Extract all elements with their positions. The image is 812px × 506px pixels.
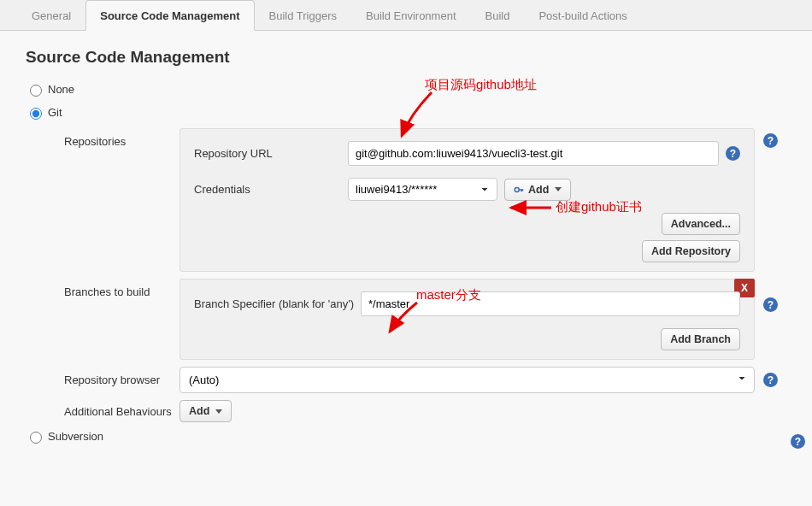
radio-none[interactable] (30, 85, 42, 97)
additional-behaviours-label: Additional Behaviours (64, 405, 179, 418)
radio-svn-label: Subversion (48, 430, 103, 443)
add-repository-button[interactable]: Add Repository (642, 240, 740, 262)
help-icon[interactable]: ? (763, 297, 778, 312)
branch-spec-label: Branch Specifier (blank for 'any') (194, 297, 361, 310)
branch-spec-input[interactable] (361, 291, 740, 316)
credentials-label: Credentials (194, 183, 348, 196)
repositories-label: Repositories (64, 128, 179, 148)
tab-build[interactable]: Build (471, 0, 525, 31)
add-credentials-button[interactable]: Add (504, 179, 571, 201)
config-tabs: General Source Code Management Build Tri… (0, 0, 812, 31)
repositories-panel: Repository URL ? Credentials liuwei9413/… (179, 128, 755, 272)
help-icon[interactable]: ? (791, 434, 805, 449)
repo-browser-label: Repository browser (64, 374, 179, 386)
credentials-select[interactable]: liuwei9413/****** (348, 178, 497, 201)
advanced-button[interactable]: Advanced... (662, 213, 740, 235)
help-icon[interactable]: ? (763, 373, 778, 387)
repo-url-input[interactable] (348, 141, 719, 166)
add-credentials-label: Add (528, 184, 549, 196)
scm-option-git[interactable]: Git (26, 105, 778, 120)
radio-git[interactable] (30, 108, 42, 120)
tab-general[interactable]: General (17, 0, 85, 31)
svg-point-0 (515, 187, 519, 191)
radio-svn[interactable] (30, 432, 42, 444)
scm-option-svn[interactable]: Subversion (26, 429, 778, 444)
add-branch-button[interactable]: Add Branch (661, 328, 740, 350)
help-icon[interactable]: ? (726, 146, 740, 161)
section-title: Source Code Management (26, 48, 778, 67)
tab-scm[interactable]: Source Code Management (85, 0, 254, 31)
key-icon (514, 185, 524, 195)
repo-browser-select[interactable]: (Auto) (179, 367, 755, 393)
help-icon[interactable]: ? (763, 133, 778, 148)
chevron-down-icon (555, 187, 562, 191)
branches-label: Branches to build (64, 279, 179, 298)
add-behaviour-label: Add (189, 405, 209, 417)
branches-panel: X Branch Specifier (blank for 'any') Add… (179, 279, 755, 360)
add-behaviour-button[interactable]: Add (179, 400, 232, 422)
tab-build-environment[interactable]: Build Environment (351, 0, 471, 31)
radio-none-label: None (48, 83, 74, 96)
repo-url-label: Repository URL (194, 147, 348, 160)
tab-build-triggers[interactable]: Build Triggers (255, 0, 351, 31)
radio-git-label: Git (48, 106, 62, 119)
scm-option-none[interactable]: None (26, 82, 778, 97)
tab-post-build[interactable]: Post-build Actions (524, 0, 641, 31)
chevron-down-icon (215, 409, 222, 414)
